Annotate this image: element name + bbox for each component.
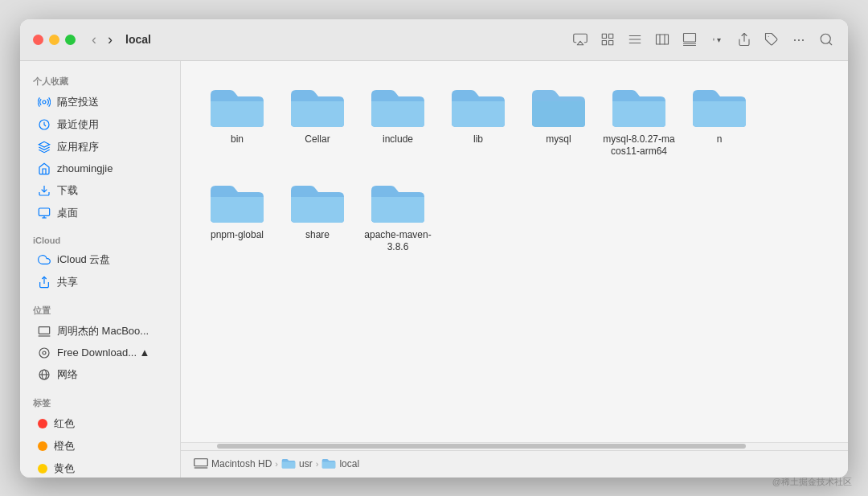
title-bar: ‹ › local xyxy=(20,19,848,61)
list-view-button[interactable] xyxy=(626,31,644,48)
sidebar-item-tag-yellow[interactable]: 黄色 xyxy=(25,457,175,478)
sidebar-divider-3 xyxy=(20,386,180,392)
svg-marker-0 xyxy=(577,41,583,45)
svg-rect-4 xyxy=(609,41,613,45)
svg-rect-3 xyxy=(602,41,606,45)
sidebar-label-tag-orange: 橙色 xyxy=(54,439,75,453)
breadcrumb-sep-2: › xyxy=(316,459,319,469)
icon-view-button[interactable] xyxy=(599,31,616,48)
folder-bin[interactable]: bin xyxy=(197,77,277,165)
folder-apache[interactable]: apache-maven-3.8.6 xyxy=(358,173,438,260)
folder-label-include: include xyxy=(383,133,413,146)
desktop-icon xyxy=(38,207,51,219)
sidebar-item-freedownload[interactable]: Free Download... ▲ xyxy=(25,342,175,363)
sidebar-item-shared[interactable]: 共享 xyxy=(25,271,175,293)
back-button[interactable]: ‹ xyxy=(88,31,100,48)
column-view-button[interactable] xyxy=(653,31,671,48)
folder-label-cellar: Cellar xyxy=(305,133,330,146)
folder-cellar[interactable]: Cellar xyxy=(277,77,358,165)
share-button[interactable] xyxy=(735,31,753,48)
sidebar-item-downloads[interactable]: 下载 xyxy=(25,179,175,202)
minimize-button[interactable] xyxy=(49,35,59,45)
sidebar-label-network: 网络 xyxy=(57,367,78,382)
sidebar-item-home[interactable]: zhoumingjie xyxy=(25,158,175,179)
folder-icon-apache xyxy=(370,179,426,224)
folder-mysql[interactable]: mysql xyxy=(518,77,599,165)
search-button[interactable] xyxy=(817,31,835,48)
sidebar-item-macbook[interactable]: 周明杰的 MacBoo... xyxy=(25,320,175,342)
folder-label-lib: lib xyxy=(473,133,483,146)
sidebar-label-downloads: 下载 xyxy=(57,183,78,198)
fullscreen-button[interactable] xyxy=(65,35,76,45)
more-button[interactable]: ··· xyxy=(790,31,808,48)
breadcrumb-icon-local xyxy=(321,457,336,471)
network-icon xyxy=(38,368,51,381)
finder-window: ‹ › local xyxy=(20,19,848,478)
folder-lib[interactable]: lib xyxy=(438,77,518,165)
svg-rect-17 xyxy=(714,39,714,39)
folder-include[interactable]: include xyxy=(358,77,438,165)
gallery-view-button[interactable] xyxy=(681,31,698,48)
breadcrumb-local[interactable]: local xyxy=(339,458,359,469)
svg-rect-10 xyxy=(657,35,669,44)
sidebar-section-icloud: iCloud xyxy=(20,231,180,248)
file-grid: bin Cellar xyxy=(181,61,848,442)
sidebar-item-tag-orange[interactable]: 橙色 xyxy=(25,435,175,457)
folder-icon-share xyxy=(289,179,346,224)
folder-pnpm[interactable]: pnpm-global xyxy=(197,173,277,260)
svg-rect-14 xyxy=(713,39,714,39)
scrollbar-thumb[interactable] xyxy=(217,444,746,449)
recent-icon xyxy=(38,118,51,131)
macbook-icon xyxy=(38,325,51,338)
svg-rect-18 xyxy=(714,39,714,40)
folder-label-mysql: mysql xyxy=(546,133,571,146)
sort-options-button[interactable]: ▾ xyxy=(708,31,726,48)
sidebar-label-desktop: 桌面 xyxy=(57,206,78,220)
main-content: 个人收藏 隔空投送 最 xyxy=(20,61,848,478)
svg-rect-1 xyxy=(602,34,606,38)
sidebar-label-airdrop: 隔空投送 xyxy=(57,95,99,109)
sidebar-label-tag-red: 红色 xyxy=(54,416,75,431)
sidebar-item-recent[interactable]: 最近使用 xyxy=(25,113,175,136)
sidebar-label-tag-yellow: 黄色 xyxy=(54,461,75,476)
tag-button[interactable] xyxy=(763,31,780,48)
folder-icon-n xyxy=(691,84,747,129)
forward-button[interactable]: › xyxy=(104,31,116,48)
breadcrumb: Macintosh HD › usr › xyxy=(194,457,359,471)
svg-rect-2 xyxy=(609,34,613,38)
close-button[interactable] xyxy=(33,35,43,45)
icloud-icon xyxy=(38,253,51,266)
breadcrumb-hd[interactable]: Macintosh HD xyxy=(211,458,272,469)
sidebar-item-tag-red[interactable]: 红色 xyxy=(25,412,175,435)
shared-icon xyxy=(38,276,51,289)
sidebar-item-icloud[interactable]: iCloud 云盘 xyxy=(25,248,175,271)
airplay-icon[interactable] xyxy=(571,31,589,48)
sidebar-section-personal: 个人收藏 xyxy=(20,71,180,91)
scrollbar-track[interactable] xyxy=(181,442,848,450)
folder-label-n: n xyxy=(717,133,723,146)
folder-share[interactable]: share xyxy=(277,173,358,260)
breadcrumb-usr[interactable]: usr xyxy=(299,458,313,469)
sidebar-label-home: zhoumingjie xyxy=(57,162,113,174)
apps-icon xyxy=(38,141,51,154)
breadcrumb-icon-hd xyxy=(194,457,208,471)
folder-mysql-arm[interactable]: mysql-8.0.27-macos11-arm64 xyxy=(599,77,679,165)
airdrop-icon xyxy=(38,96,51,109)
window-title: local xyxy=(125,33,151,46)
svg-rect-11 xyxy=(684,34,696,43)
file-area: bin Cellar xyxy=(181,61,848,478)
status-bar: Macintosh HD › usr › xyxy=(181,450,848,478)
breadcrumb-icon-usr xyxy=(281,457,296,471)
folder-label-bin: bin xyxy=(231,133,244,146)
sidebar-label-shared: 共享 xyxy=(57,275,78,289)
sidebar-item-network[interactable]: 网络 xyxy=(25,363,175,386)
folder-n[interactable]: n xyxy=(679,77,760,165)
sidebar-label-icloud: iCloud 云盘 xyxy=(57,252,110,267)
sidebar-item-apps[interactable]: 应用程序 xyxy=(25,136,175,158)
sidebar-item-desktop[interactable]: 桌面 xyxy=(25,202,175,224)
folder-icon-include xyxy=(370,84,426,129)
folder-icon-lib xyxy=(450,84,506,129)
sidebar-divider-2 xyxy=(20,293,180,300)
sidebar-item-airdrop[interactable]: 隔空投送 xyxy=(25,91,175,113)
folder-icon-cellar xyxy=(289,84,346,129)
